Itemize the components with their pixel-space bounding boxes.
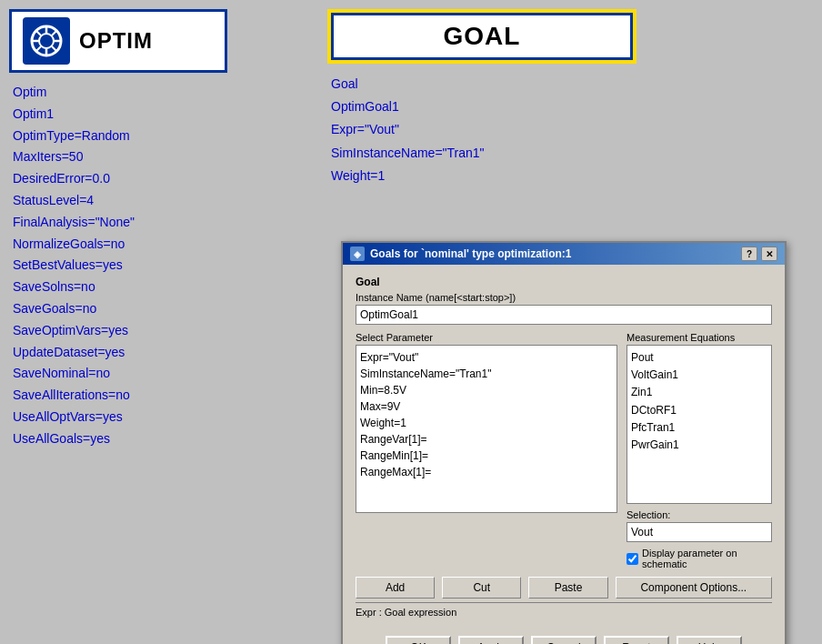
param-line: Min=8.5V	[360, 382, 613, 398]
prop-item: OptimType=Random	[13, 126, 291, 147]
paste-button[interactable]: Paste	[528, 577, 607, 599]
component-options-button[interactable]: Component Options...	[616, 577, 772, 599]
prop-item: UseAllGoals=yes	[13, 428, 291, 450]
goal-prop-item: Goal	[331, 73, 691, 96]
parameter-listbox[interactable]: Expr="Vout" SimInstanceName="Tran1" Min=…	[356, 345, 617, 513]
expr-label: Expr : Goal expression	[356, 602, 772, 619]
svg-line-6	[35, 30, 41, 35]
display-param-checkbox[interactable]	[627, 553, 638, 565]
optim-header: OPTIM	[9, 9, 227, 73]
prop-item: SaveSolns=no	[13, 277, 291, 298]
prop-item: Optim1	[13, 104, 291, 126]
prop-item: SaveNominal=no	[13, 363, 291, 385]
goal-prop-item: Weight=1	[331, 165, 691, 187]
list-item: Zin1	[631, 384, 767, 401]
apply-button[interactable]: Apply	[458, 636, 524, 644]
measurement-equations-label: Measurement Equations	[627, 332, 772, 343]
goals-dialog: ◈ Goals for `nominal' type optimization:…	[341, 241, 787, 644]
goal-section-label: Goal	[356, 274, 772, 292]
prop-item: UseAllOptVars=yes	[13, 407, 291, 428]
goal-prop-item: Expr="Vout"	[331, 118, 691, 141]
cancel-button[interactable]: Cancel	[531, 636, 596, 644]
prop-item: UpdateDataset=yes	[13, 342, 291, 364]
goal-properties: Goal OptimGoal1 Expr="Vout" SimInstanceN…	[327, 73, 691, 187]
bottom-buttons-row: OK Apply Cancel Reset Help	[343, 629, 785, 644]
optim-title: OPTIM	[79, 28, 153, 54]
main-content-row: Select Parameter Expr="Vout" SimInstance…	[356, 332, 772, 569]
instance-name-label: Instance Name (name[<start:stop>])	[356, 292, 772, 303]
dialog-icon: ◈	[350, 247, 365, 261]
dialog-content: Goal Instance Name (name[<start:stop>]) …	[343, 265, 785, 629]
selection-input[interactable]	[627, 522, 772, 542]
param-line: RangeMin[1]=	[360, 448, 613, 464]
param-line: Expr="Vout"	[360, 349, 613, 366]
goal-title: GOAL	[444, 22, 521, 50]
help-button[interactable]: Help	[677, 636, 742, 644]
prop-item: SaveOptimVars=yes	[13, 320, 291, 342]
param-line: Weight=1	[360, 415, 613, 431]
prop-item: DesiredError=0.0	[13, 168, 291, 190]
optim-icon	[23, 17, 70, 65]
optim-properties: Optim Optim1 OptimType=Random MaxIters=5…	[9, 82, 291, 450]
ok-button[interactable]: OK	[386, 636, 451, 644]
param-line: SimInstanceName="Tran1"	[360, 366, 613, 382]
prop-item: NormalizeGoals=no	[13, 234, 291, 256]
instance-name-row: Instance Name (name[<start:stop>])	[356, 292, 772, 325]
svg-line-8	[52, 30, 57, 35]
list-item: Pout	[631, 349, 767, 367]
goal-panel: GOAL Goal OptimGoal1 Expr="Vout" SimInst…	[327, 9, 691, 187]
measurement-equations-listbox[interactable]: Pout VoltGain1 Zin1 DCtoRF1 PfcTran1 Pwr…	[627, 345, 772, 504]
action-buttons-row: Add Cut Paste Component Options...	[356, 577, 772, 599]
dialog-titlebar: ◈ Goals for `nominal' type optimization:…	[343, 243, 785, 265]
list-item: VoltGain1	[631, 367, 767, 384]
goal-header: GOAL	[327, 9, 637, 64]
instance-name-input[interactable]	[356, 305, 772, 325]
prop-item: SetBestValues=yes	[13, 255, 291, 277]
prop-item: SaveAllIterations=no	[13, 385, 291, 407]
list-item: PfcTran1	[631, 419, 767, 437]
cut-button[interactable]: Cut	[442, 577, 521, 599]
svg-line-9	[35, 46, 41, 52]
svg-line-7	[52, 46, 57, 52]
reset-button[interactable]: Reset	[604, 636, 669, 644]
svg-point-1	[39, 34, 54, 48]
param-line: RangeVar[1]=	[360, 431, 613, 448]
list-item: DCtoRF1	[631, 402, 767, 419]
checkbox-label: Display parameter on schematic	[642, 548, 772, 569]
param-line: Max=9V	[360, 398, 613, 415]
list-item: PwrGain1	[631, 437, 767, 454]
prop-item: FinalAnalysis="None"	[13, 212, 291, 234]
dialog-close-button[interactable]: ✕	[761, 247, 777, 261]
add-button[interactable]: Add	[356, 577, 435, 599]
selection-label: Selection:	[627, 509, 772, 520]
goal-prop-item: SimInstanceName="Tran1"	[331, 142, 691, 165]
dialog-help-button[interactable]: ?	[741, 247, 757, 261]
checkbox-row: Display parameter on schematic	[627, 548, 772, 569]
prop-item: MaxIters=50	[13, 146, 291, 168]
select-parameter-label: Select Parameter	[356, 332, 617, 343]
goal-prop-item: OptimGoal1	[331, 96, 691, 118]
prop-item: Optim	[13, 82, 291, 104]
dialog-title: Goals for `nominal' type optimization:1	[370, 247, 572, 260]
prop-item: StatusLevel=4	[13, 190, 291, 212]
param-line: RangeMax[1]=	[360, 464, 613, 480]
prop-item: SaveGoals=no	[13, 298, 291, 320]
optim-panel: OPTIM Optim Optim1 OptimType=Random MaxI…	[9, 9, 291, 450]
